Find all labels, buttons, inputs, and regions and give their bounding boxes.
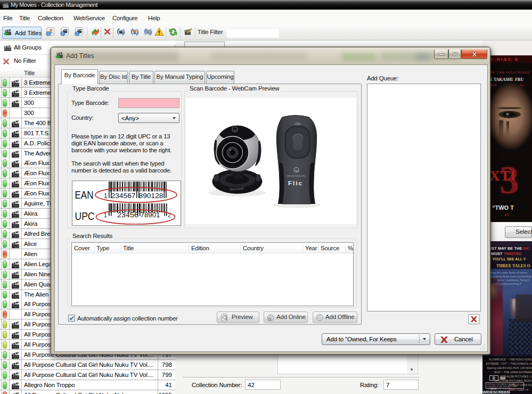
svg-text:234567: 234567 (111, 192, 136, 200)
svg-text:MICROVISION: MICROVISION (287, 175, 305, 177)
svg-text:Flic: Flic (288, 180, 303, 186)
svg-text:UPC: UPC (75, 210, 95, 222)
svg-text:1: 1 (104, 192, 108, 200)
svg-text:78901: 78901 (141, 211, 160, 219)
svg-text:1: 1 (104, 212, 107, 218)
svg-text:890128: 890128 (139, 192, 163, 200)
svg-text:23456: 23456 (117, 211, 138, 219)
svg-text:EAN: EAN (75, 188, 94, 201)
